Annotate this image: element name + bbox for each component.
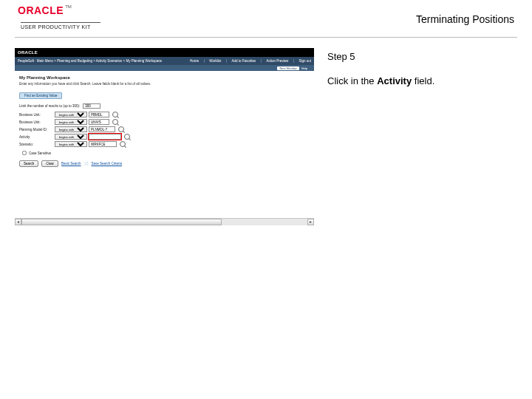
op-planning-model[interactable]: begins with bbox=[55, 126, 87, 132]
link-save-search[interactable]: Save Search Criteria bbox=[92, 162, 123, 166]
page-header: ORACLETM USER PRODUCTIVITY KIT Terminati… bbox=[15, 0, 517, 38]
scroll-track[interactable] bbox=[21, 219, 307, 225]
instruction-text: Click in the Activity field. bbox=[327, 75, 517, 86]
section-title: My Planning Workspace bbox=[19, 75, 310, 80]
nav-signout[interactable]: Sign out bbox=[293, 59, 311, 63]
horizontal-scrollbar[interactable]: ◄ ► bbox=[15, 218, 314, 225]
checkbox-case-sensitive[interactable] bbox=[22, 151, 27, 155]
lookup-icon[interactable] bbox=[112, 112, 118, 117]
limit-input[interactable] bbox=[83, 103, 100, 109]
brand-text: ORACLE bbox=[18, 4, 64, 16]
clear-button[interactable]: Clear bbox=[41, 160, 58, 167]
page-title: Terminating Positions bbox=[416, 13, 514, 25]
nav-home[interactable]: Home bbox=[185, 59, 199, 63]
instruction-prefix: Click in the bbox=[327, 75, 377, 86]
row-business-unit-2: Business Unit: begins with bbox=[19, 119, 310, 125]
oracle-logo: ORACLETM USER PRODUCTIVITY KIT bbox=[18, 4, 72, 16]
link-basic-search[interactable]: Basic Search bbox=[61, 162, 81, 166]
op-activity[interactable]: begins with bbox=[55, 134, 87, 140]
lookup-icon[interactable] bbox=[118, 126, 124, 132]
row-scenario: Scenario: begins with bbox=[19, 141, 310, 147]
tab-help[interactable]: Help bbox=[299, 66, 310, 70]
limit-label: Limit the number of results to (up to 30… bbox=[19, 104, 80, 108]
search-buttons: Search Clear Basic Search 📄 Save Search … bbox=[19, 160, 310, 167]
row-business-unit: Business Unit: begins with bbox=[19, 112, 310, 117]
tab-find-existing[interactable]: Find an Existing Value bbox=[19, 92, 62, 99]
lookup-icon[interactable] bbox=[120, 141, 126, 147]
save-search-icon: 📄 bbox=[84, 162, 89, 166]
input-planning-model[interactable] bbox=[89, 126, 115, 132]
nav-links: Home Worklist Add to Favorites Action Pr… bbox=[181, 59, 311, 63]
input-business-unit[interactable] bbox=[89, 112, 109, 117]
instruction-panel: Step 5 Click in the Activity field. bbox=[314, 48, 517, 86]
input-scenario[interactable] bbox=[89, 141, 117, 147]
op-business-unit[interactable]: begins with bbox=[55, 112, 87, 117]
app-brand: ORACLE bbox=[18, 50, 38, 55]
nav-worklist[interactable]: Worklist bbox=[204, 59, 221, 63]
nav-favorites[interactable]: Add to Favorites bbox=[226, 59, 256, 63]
primary-nav: PeopleSoft · Main Menu > Planning and Bu… bbox=[15, 57, 314, 65]
label-activity: Activity: bbox=[19, 135, 55, 139]
input-business-unit-2[interactable] bbox=[89, 119, 109, 125]
trademark: TM bbox=[65, 4, 72, 9]
instruction-bold: Activity bbox=[377, 75, 412, 86]
scroll-right-icon[interactable]: ► bbox=[307, 219, 314, 225]
content-row: ORACLE PeopleSoft · Main Menu > Planning… bbox=[15, 48, 517, 225]
label-business-unit-2: Business Unit: bbox=[19, 120, 55, 124]
lookup-icon[interactable] bbox=[112, 119, 118, 125]
product-line: USER PRODUCTIVITY KIT bbox=[21, 22, 100, 30]
label-business-unit: Business Unit: bbox=[19, 113, 55, 117]
result-limit-row: Limit the number of results to (up to 30… bbox=[19, 103, 310, 109]
scroll-left-icon[interactable]: ◄ bbox=[15, 219, 21, 225]
tab-new-window[interactable]: New Window bbox=[277, 66, 299, 70]
label-planning-model: Planning Model ID: bbox=[19, 128, 55, 132]
row-planning-model: Planning Model ID: begins with bbox=[19, 126, 310, 132]
op-business-unit-2[interactable]: begins with bbox=[55, 119, 87, 125]
op-scenario[interactable]: begins with bbox=[55, 141, 87, 147]
secondary-nav: New Window Help bbox=[15, 65, 314, 71]
step-label: Step 5 bbox=[327, 51, 517, 62]
label-scenario: Scenario: bbox=[19, 143, 55, 146]
input-activity[interactable] bbox=[89, 134, 121, 140]
search-button[interactable]: Search bbox=[19, 160, 38, 167]
row-case-sensitive: Case Sensitive bbox=[19, 149, 310, 157]
row-activity: Activity: begins with bbox=[19, 134, 310, 140]
section-description: Enter any information you have and click… bbox=[19, 82, 310, 86]
app-titlebar: ORACLE bbox=[15, 48, 314, 57]
lookup-icon[interactable] bbox=[124, 134, 130, 140]
label-case-sensitive: Case Sensitive bbox=[29, 151, 51, 155]
nav-action[interactable]: Action Preview bbox=[261, 59, 288, 63]
breadcrumb: PeopleSoft · Main Menu > Planning and Bu… bbox=[18, 59, 181, 63]
instruction-suffix: field. bbox=[412, 75, 434, 86]
embedded-screenshot: ORACLE PeopleSoft · Main Menu > Planning… bbox=[15, 48, 314, 225]
search-panel: My Planning Workspace Enter any informat… bbox=[15, 71, 314, 167]
scroll-thumb[interactable] bbox=[21, 219, 222, 225]
